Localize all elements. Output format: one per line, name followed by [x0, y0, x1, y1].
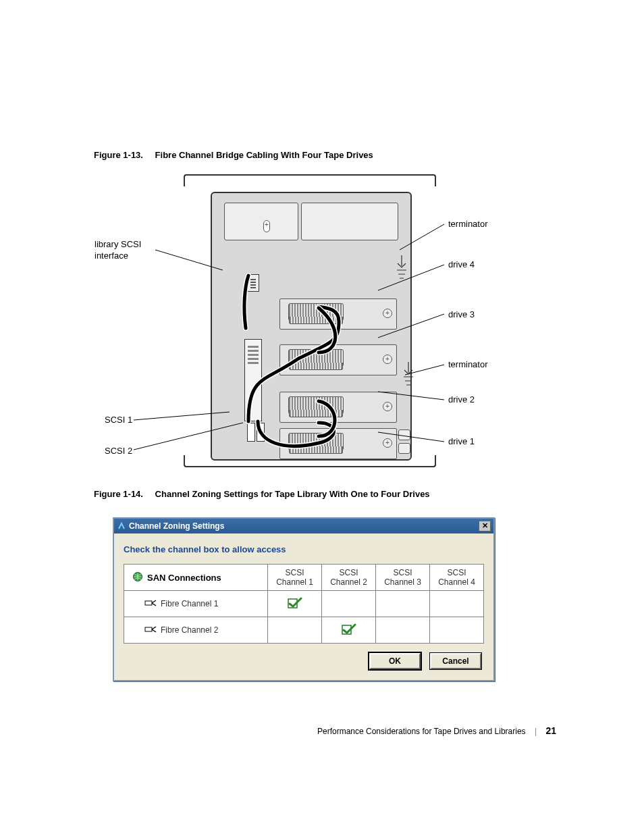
tape-library-diagram	[184, 173, 436, 467]
drive-slot-2	[279, 392, 397, 423]
table-row: Fibre Channel 1	[124, 591, 484, 617]
cancel-button[interactable]: Cancel	[430, 653, 481, 669]
cell-fc1-ch4[interactable]	[430, 591, 484, 617]
page-number: 21	[545, 725, 556, 736]
terminator-icon-top	[393, 254, 410, 281]
scsi-port-2	[257, 423, 265, 442]
figure-title: Channel Zoning Settings for Tape Library…	[155, 489, 430, 499]
cell-fc2-ch1[interactable]	[268, 617, 322, 644]
globe-icon	[132, 571, 143, 584]
page-footer: Performance Considerations for Tape Driv…	[317, 725, 556, 736]
dialog-title: Channel Zoning Settings	[129, 521, 479, 531]
fc2-label: Fibre Channel 2	[161, 625, 218, 635]
callout-terminator-top: terminator	[448, 219, 488, 230]
figure-1-13-caption: Figure 1-13. Fibre Channel Bridge Cablin…	[94, 150, 373, 160]
table-row: Fibre Channel 2	[124, 617, 484, 644]
callout-terminator-mid: terminator	[448, 359, 488, 371]
fc-bridge-card	[244, 339, 262, 421]
check-icon	[342, 628, 356, 637]
callout-drive2: drive 2	[448, 394, 475, 406]
dialog-app-icon	[117, 521, 126, 531]
svg-rect-10	[145, 601, 152, 605]
terminator-icon-mid	[400, 361, 417, 388]
san-connections-label: SAN Connections	[147, 573, 221, 583]
scsi-port-1	[247, 423, 255, 442]
fc1-label: Fibre Channel 1	[161, 599, 218, 608]
drive-slot-1	[279, 428, 397, 459]
dialog-instruction: Check the channel box to allow access	[124, 544, 484, 554]
drive-slot-3	[279, 344, 397, 375]
col-scsi-ch2: SCSIChannel 2	[322, 565, 376, 591]
cell-fc2-ch4[interactable]	[430, 617, 484, 644]
fc-icon	[144, 598, 157, 610]
col-scsi-ch4: SCSIChannel 4	[430, 565, 484, 591]
col-scsi-ch3: SCSIChannel 3	[376, 565, 430, 591]
cell-fc1-ch2[interactable]	[322, 591, 376, 617]
row-fc1: Fibre Channel 1	[124, 591, 268, 617]
dialog-titlebar: Channel Zoning Settings ✕	[114, 519, 493, 533]
row-fc2: Fibre Channel 2	[124, 617, 268, 644]
col-scsi-ch1: SCSIChannel 1	[268, 565, 322, 591]
cell-fc1-ch1[interactable]	[268, 591, 322, 617]
figure-1-14-caption: Figure 1-14. Channel Zoning Settings for…	[94, 489, 430, 499]
dialog-close-button[interactable]: ✕	[479, 521, 491, 531]
ok-button[interactable]: OK	[369, 653, 421, 669]
footer-text: Performance Considerations for Tape Driv…	[317, 727, 526, 736]
cell-fc2-ch2[interactable]	[322, 617, 376, 644]
table-row-header: SAN Connections	[124, 565, 268, 591]
check-icon	[288, 602, 302, 611]
callout-scsi2: SCSI 2	[105, 446, 132, 457]
figure-title: Fibre Channel Bridge Cabling With Four T…	[155, 150, 373, 160]
zoning-table: SAN Connections SCSIChannel 1 SCSIChanne…	[124, 564, 484, 644]
callout-drive3: drive 3	[448, 309, 475, 321]
svg-rect-12	[145, 627, 152, 631]
callout-drive1: drive 1	[448, 436, 475, 448]
callout-scsi1: SCSI 1	[105, 415, 132, 426]
channel-zoning-dialog: Channel Zoning Settings ✕ Check the chan…	[113, 517, 495, 681]
cell-fc1-ch3[interactable]	[376, 591, 430, 617]
drive-slot-4	[279, 298, 397, 330]
callout-library-scsi: library SCSI interface	[95, 239, 141, 262]
figure-number: Figure 1-13.	[94, 150, 143, 160]
fc-icon	[144, 625, 157, 636]
library-scsi-connector	[247, 274, 259, 292]
figure-number: Figure 1-14.	[94, 489, 143, 499]
callout-drive4: drive 4	[448, 259, 475, 271]
cell-fc2-ch3[interactable]	[376, 617, 430, 644]
